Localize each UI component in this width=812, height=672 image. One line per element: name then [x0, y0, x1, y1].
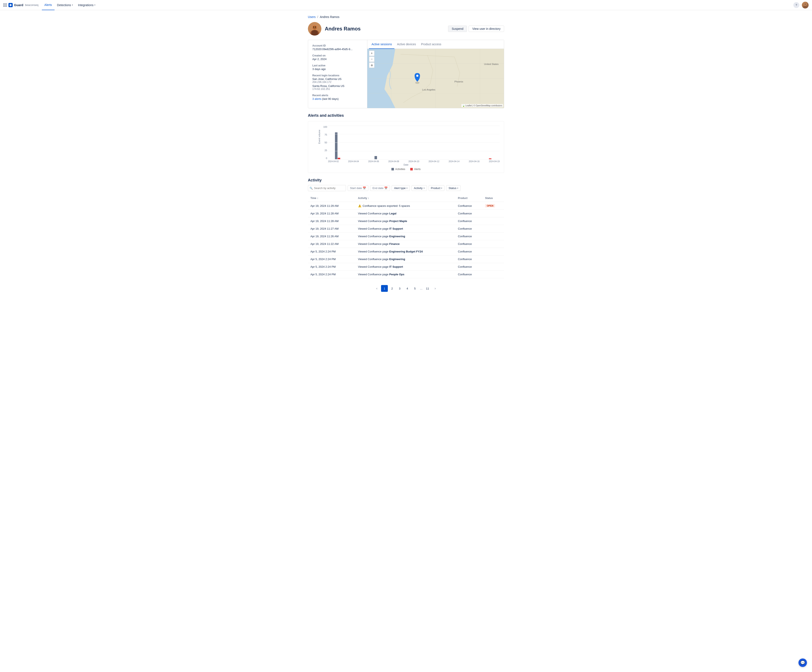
- search-input-wrap: 🔍: [308, 185, 346, 191]
- chart-section: Alerts and activities Event volume 100 7…: [308, 113, 504, 173]
- cell-activity: Viewed Confluence page IT Support: [355, 225, 455, 233]
- svg-text:Phoenix: Phoenix: [454, 80, 463, 83]
- chart-title: Alerts and activities: [308, 113, 504, 118]
- cell-time: Apr 5, 2024 2:24 PM: [308, 271, 355, 278]
- page-3[interactable]: 3: [396, 285, 403, 292]
- help-button[interactable]: ?: [793, 2, 799, 8]
- profile-info: Account ID 712020:09e825f6-ad94-45d5-9..…: [308, 40, 367, 108]
- suspend-button[interactable]: Suspend: [448, 26, 467, 32]
- cell-time: Apr 19, 2024 11:28 AM: [308, 210, 355, 217]
- svg-point-5: [805, 3, 806, 4]
- cell-activity: Viewed Confluence page Engineering Budge…: [355, 248, 455, 256]
- activity-bold: Finance: [389, 242, 400, 246]
- recent-alerts-link[interactable]: 3 alerts: [312, 97, 321, 101]
- app-name: Guard: [14, 3, 23, 7]
- chart-date-label: Date: [312, 164, 500, 166]
- cell-activity: Viewed Confluence page People Ops: [355, 271, 455, 278]
- cell-status: [483, 240, 504, 248]
- map-zoom-out[interactable]: −: [369, 56, 375, 62]
- activity-bold: People Ops: [389, 273, 404, 276]
- nav-links: Alerts Detections ▾ Integrations ▾: [42, 0, 98, 10]
- tab-active-sessions[interactable]: Active sessions: [369, 40, 394, 49]
- user-header-left: Andres Ramos: [308, 22, 360, 36]
- col-activity[interactable]: Activity ↕: [355, 194, 455, 202]
- cell-product: Confluence: [455, 240, 483, 248]
- chart-x-axis: 2024-04-02 2024-04-04 2024-04-06 2024-04…: [328, 160, 500, 163]
- created-on-label: Created on: [312, 54, 363, 57]
- activity-table: Time ↕ Activity ↕ Product Status Apr 19,…: [308, 194, 504, 278]
- cell-activity: ⚠️Confluence spaces exported: 5 spaces: [355, 202, 455, 210]
- map-controls: + − ⊕: [369, 51, 375, 68]
- cell-status: [483, 271, 504, 278]
- table-row: Apr 19, 2024 11:26 AMViewed Confluence p…: [308, 233, 504, 240]
- page-prev[interactable]: ‹: [374, 285, 380, 292]
- svg-text:United States: United States: [484, 63, 499, 65]
- cell-activity: Viewed Confluence page Finance: [355, 240, 455, 248]
- svg-point-23: [415, 82, 419, 84]
- map-container: Los Angeles Phoenix United States: [367, 49, 504, 108]
- cell-status: [483, 263, 504, 271]
- activity-filters: 🔍 Start date 📅 End date 📅 Alert type ▾ A…: [308, 185, 504, 191]
- cell-time: Apr 5, 2024 2:24 PM: [308, 256, 355, 263]
- table-row: Apr 19, 2024 11:22 AMViewed Confluence p…: [308, 240, 504, 248]
- alert-type-filter[interactable]: Alert type ▾: [392, 185, 410, 191]
- status-filter[interactable]: Status ▾: [446, 185, 461, 191]
- tab-active-devices[interactable]: Active devices: [394, 40, 418, 49]
- last-active-label: Last active: [312, 64, 363, 67]
- login-locations-label: Recent login locations: [312, 74, 363, 77]
- cell-activity: Viewed Confluence page Legal: [355, 210, 455, 217]
- page-5[interactable]: 5: [411, 285, 418, 292]
- recent-alerts-label: Recent alerts: [312, 94, 363, 97]
- user-avatar-nav[interactable]: [802, 2, 809, 9]
- col-time[interactable]: Time ↕: [308, 194, 355, 202]
- svg-point-4: [805, 3, 805, 4]
- search-input[interactable]: [308, 185, 346, 191]
- start-date-filter[interactable]: Start date 📅: [348, 185, 368, 191]
- page-1[interactable]: 1: [381, 285, 388, 292]
- login-locations-row: Recent login locations San Jose, Califor…: [312, 74, 363, 90]
- view-directory-button[interactable]: View user in directory: [469, 26, 504, 32]
- cell-time: Apr 19, 2024 11:26 AM: [308, 233, 355, 240]
- cell-activity: Viewed Confluence page IT Support: [355, 263, 455, 271]
- app-logo[interactable]: Guard: [9, 3, 23, 7]
- legend-activities: Activities: [391, 168, 405, 171]
- activity-filter[interactable]: Activity ▾: [411, 185, 427, 191]
- map-location[interactable]: ⊕: [369, 62, 375, 68]
- nav-alerts[interactable]: Alerts: [42, 0, 55, 10]
- svg-point-8: [312, 25, 317, 30]
- nav-detections[interactable]: Detections ▾: [55, 0, 75, 10]
- page-2[interactable]: 2: [389, 285, 396, 292]
- page-11[interactable]: 11: [424, 285, 431, 292]
- cell-status: [483, 217, 504, 225]
- login-ip-2: 174.62.102.251: [312, 87, 363, 90]
- svg-point-10: [315, 26, 316, 28]
- tab-product-access[interactable]: Product access: [418, 40, 444, 49]
- page-4[interactable]: 4: [404, 285, 411, 292]
- recent-alerts-row: Recent alerts 3 alerts (last 90 days): [312, 94, 363, 101]
- profile-section: Account ID 712020:09e825f6-ad94-45d5-9..…: [308, 40, 504, 108]
- account-id-value: 712020:09e825f6-ad94-45d5-9...: [312, 48, 363, 51]
- map-zoom-in[interactable]: +: [369, 51, 375, 56]
- map-attribution: 🍃 Leaflet | © OpenStreetMap contributors: [461, 104, 503, 107]
- integrations-chevron: ▾: [94, 4, 96, 6]
- search-icon: 🔍: [310, 187, 313, 190]
- breadcrumb-current: Andres Ramos: [320, 15, 339, 19]
- activity-bold: Engineering Budget FY24: [389, 250, 423, 253]
- activity-bold: IT Support: [389, 227, 403, 230]
- end-date-filter[interactable]: End date 📅: [370, 185, 390, 191]
- grid-menu-icon[interactable]: [3, 3, 7, 7]
- cell-product: Confluence: [455, 271, 483, 278]
- login-location-2: Santa Rosa, California US: [312, 84, 363, 87]
- product-filter[interactable]: Product ▾: [429, 185, 445, 191]
- cell-status: [483, 225, 504, 233]
- cell-product: Confluence: [455, 233, 483, 240]
- cell-status: [483, 248, 504, 256]
- svg-point-2: [803, 6, 808, 9]
- activity-bold: IT Support: [389, 265, 403, 268]
- breadcrumb-parent[interactable]: Users: [308, 15, 316, 19]
- nav-integrations[interactable]: Integrations ▾: [75, 0, 98, 10]
- calendar-icon: 📅: [363, 186, 366, 190]
- cell-status: [483, 210, 504, 217]
- page-ellipsis: ...: [419, 287, 423, 290]
- page-next[interactable]: ›: [432, 285, 438, 292]
